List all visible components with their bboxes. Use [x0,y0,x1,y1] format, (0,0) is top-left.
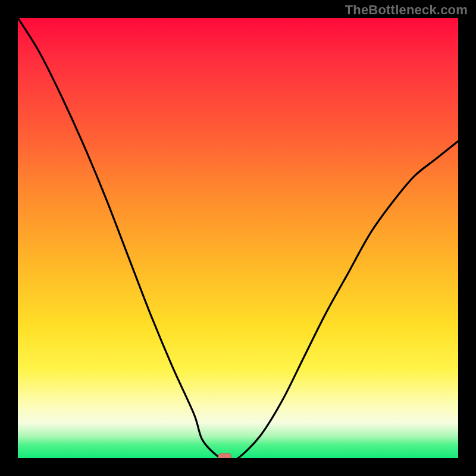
watermark-text: TheBottleneck.com [345,2,468,18]
bottleneck-curve [18,18,458,458]
minimum-marker [218,453,231,458]
plot-area [18,18,458,458]
curve-layer [18,18,458,458]
chart-frame: TheBottleneck.com [0,0,476,476]
